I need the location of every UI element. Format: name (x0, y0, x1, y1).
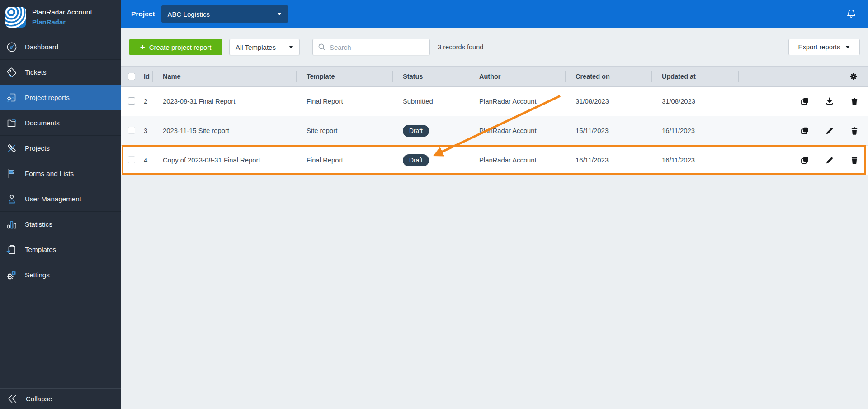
download-report-button[interactable] (825, 97, 834, 106)
tickets-icon (6, 67, 18, 78)
column-header-template[interactable]: Template (297, 67, 393, 86)
records-found-count: 3 records found (438, 43, 483, 51)
sidebar-item-dashboard[interactable]: Dashboard (0, 34, 121, 59)
collapse-button[interactable]: Collapse (0, 388, 121, 409)
table-settings-button[interactable] (849, 72, 858, 81)
sidebar-item-label: Statistics (25, 220, 52, 228)
report-name: Copy of 2023-08-31 Final Report (153, 157, 297, 164)
project-selector[interactable]: ABC Logistics (161, 5, 288, 23)
trash-icon (850, 97, 859, 106)
plus-icon: + (140, 43, 145, 51)
table-row-report-3[interactable]: 3 2023-11-15 Site report Site report Dra… (121, 116, 868, 146)
report-id: 3 (142, 127, 153, 134)
search-icon (318, 43, 326, 51)
sidebar-item-forms-and-lists[interactable]: Forms and Lists (0, 161, 121, 186)
delete-report-button[interactable] (850, 126, 859, 135)
sidebar-item-projects[interactable]: Projects (0, 135, 121, 161)
sidebar-item-tickets[interactable]: Tickets (0, 59, 121, 85)
column-header-author[interactable]: Author (469, 67, 566, 86)
report-name: 2023-08-31 Final Report (153, 98, 297, 105)
delete-report-button[interactable] (850, 97, 859, 106)
table-row-report-4[interactable]: 4 Copy of 2023-08-31 Final Report Final … (121, 146, 868, 175)
create-project-report-button[interactable]: + Create project report (129, 39, 222, 55)
column-header-id[interactable]: Id (142, 67, 153, 86)
collapse-label: Collapse (26, 395, 52, 403)
sidebar-item-label: User Management (25, 195, 81, 203)
column-header-updated-at[interactable]: Updated at (652, 67, 739, 86)
double-chevron-left-icon (7, 394, 18, 404)
row-checkbox[interactable] (128, 97, 135, 105)
edit-report-button[interactable] (825, 126, 834, 135)
toolbar: + Create project report All Templates 3 … (121, 28, 868, 66)
sidebar-item-templates[interactable]: Templates (0, 237, 121, 262)
column-header-created-on[interactable]: Created on (566, 67, 652, 86)
copy-icon (800, 156, 809, 165)
row-checkbox[interactable] (128, 156, 135, 163)
sidebar-item-label: Settings (25, 271, 50, 279)
report-status: Draft (393, 125, 469, 137)
sidebar-item-label: Tickets (25, 68, 47, 76)
notifications-bell-button[interactable] (845, 8, 857, 20)
copy-report-button[interactable] (800, 97, 809, 106)
select-all-checkbox[interactable] (128, 73, 135, 80)
report-template: Site report (297, 127, 393, 134)
copy-report-button[interactable] (800, 126, 809, 135)
statistics-icon (6, 219, 18, 230)
column-header-name[interactable]: Name (153, 67, 297, 86)
table-header: Id Name Template Status Author Created o… (121, 66, 868, 87)
sidebar-item-settings[interactable]: Settings (0, 262, 121, 287)
project-reports-icon (6, 92, 18, 104)
report-created-on: 31/08/2023 (566, 98, 652, 105)
table-row-report-2[interactable]: 2 2023-08-31 Final Report Final Report S… (121, 87, 868, 116)
report-id: 4 (142, 157, 153, 164)
sidebar-item-label: Forms and Lists (25, 170, 74, 177)
settings-icon (6, 269, 18, 281)
pencil-icon (825, 156, 834, 165)
sidebar-item-label: Projects (25, 144, 50, 152)
sidebar-item-label: Project reports (25, 94, 70, 101)
sidebar-nav: Dashboard Tickets Project reports Docume… (0, 34, 121, 287)
account-header[interactable]: PlanRadar Account PlanRadar (0, 0, 121, 34)
chevron-down-icon (289, 46, 293, 48)
sidebar-item-statistics[interactable]: Statistics (0, 211, 121, 237)
search-input[interactable] (330, 43, 425, 51)
chevron-down-icon (845, 46, 850, 48)
user-management-icon (6, 193, 18, 205)
bell-icon (845, 8, 857, 20)
row-checkbox[interactable] (128, 127, 135, 134)
projects-icon (6, 143, 18, 154)
delete-report-button[interactable] (850, 156, 859, 165)
report-status: Draft (393, 154, 469, 166)
project-selector-value: ABC Logistics (168, 10, 277, 18)
brand-name: PlanRadar (32, 18, 92, 26)
report-updated-at: 16/11/2023 (652, 127, 739, 134)
export-reports-button[interactable]: Export reports (788, 39, 860, 55)
templates-filter-dropdown[interactable]: All Templates (229, 39, 300, 55)
column-header-status[interactable]: Status (393, 67, 469, 86)
edit-report-button[interactable] (825, 156, 834, 165)
sidebar-item-user-management[interactable]: User Management (0, 186, 121, 211)
copy-icon (800, 126, 809, 135)
status-badge: Draft (403, 154, 429, 166)
app-root: PlanRadar Account PlanRadar Dashboard Ti… (0, 0, 868, 409)
report-updated-at: 31/08/2023 (652, 98, 739, 105)
status-text: Submitted (403, 98, 433, 105)
sidebar: PlanRadar Account PlanRadar Dashboard Ti… (0, 0, 121, 409)
project-label: Project (131, 10, 155, 18)
main-content: Project ABC Logistics + Create project r… (121, 0, 868, 409)
templates-filter-value: All Templates (236, 43, 289, 51)
sidebar-item-documents[interactable]: Documents (0, 110, 121, 135)
templates-icon (6, 244, 18, 256)
report-id: 2 (142, 98, 153, 105)
report-updated-at: 16/11/2023 (652, 157, 739, 164)
sidebar-item-project-reports[interactable]: Project reports (0, 85, 121, 110)
trash-icon (850, 126, 859, 135)
copy-report-button[interactable] (800, 156, 809, 165)
report-author: PlanRadar Account (469, 127, 566, 134)
pencil-icon (825, 126, 834, 135)
trash-icon (850, 156, 859, 165)
topbar: Project ABC Logistics (121, 0, 868, 28)
sidebar-item-label: Documents (25, 119, 60, 127)
report-name: 2023-11-15 Site report (153, 127, 297, 134)
sidebar-item-label: Templates (25, 246, 56, 253)
